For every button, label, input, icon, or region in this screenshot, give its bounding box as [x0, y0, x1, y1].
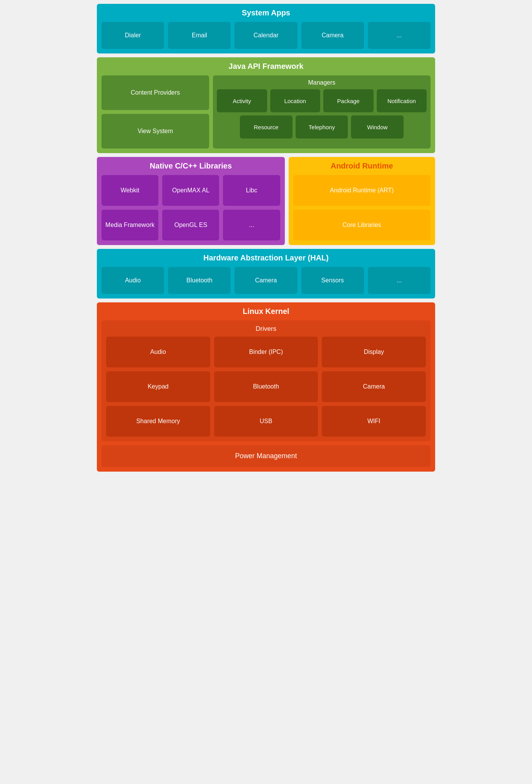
- system-apps-cards: DialerEmailCalendarCamera...: [101, 22, 431, 49]
- native-lib-card: Libc: [223, 175, 280, 206]
- hal-card: Camera: [234, 267, 297, 294]
- hal-card: Bluetooth: [168, 267, 231, 294]
- native-libs-title: Native C/C++ Libraries: [101, 162, 280, 170]
- middle-row: Native C/C++ Libraries WebkitOpenMAX ALL…: [97, 157, 435, 245]
- hal-card: ...: [368, 267, 431, 294]
- hal-cards: AudioBluetoothCameraSensors...: [101, 267, 431, 294]
- managers-title: Managers: [217, 79, 427, 86]
- java-api-left-card: Content Providers: [101, 75, 209, 110]
- system-app-card: ...: [368, 22, 431, 49]
- driver-card: Camera: [322, 371, 426, 402]
- driver-card: Binder (IPC): [214, 337, 318, 367]
- hal-card: Audio: [101, 267, 164, 294]
- hal-title: Hardware Abstraction Layer (HAL): [101, 254, 431, 262]
- driver-card: Shared Memory: [106, 406, 210, 437]
- android-runtime-card: Core Libraries: [293, 210, 431, 240]
- driver-card: USB: [214, 406, 318, 437]
- native-libs-grid: WebkitOpenMAX ALLibcMedia FrameworkOpenG…: [101, 175, 280, 240]
- manager-card: Notification: [377, 89, 427, 112]
- driver-card: WIFI: [322, 406, 426, 437]
- drivers-grid: AudioBinder (IPC)DisplayKeypadBluetoothC…: [106, 337, 426, 437]
- managers-row2: ResourceTelephonyWindow: [217, 115, 427, 138]
- native-lib-card: Webkit: [101, 175, 158, 206]
- drivers-title: Drivers: [106, 325, 426, 333]
- system-app-card: Camera: [301, 22, 364, 49]
- native-lib-card: Media Framework: [101, 210, 158, 240]
- hal-card: Sensors: [301, 267, 364, 294]
- android-runtime-layer: Android Runtime Android Runtime (ART)Cor…: [289, 157, 435, 245]
- manager-card: Package: [323, 89, 374, 112]
- android-runtime-card: Android Runtime (ART): [293, 175, 431, 206]
- driver-card: Audio: [106, 337, 210, 367]
- system-app-card: Dialer: [101, 22, 164, 49]
- manager-card: Telephony: [296, 115, 348, 138]
- driver-card: Bluetooth: [214, 371, 318, 402]
- native-lib-card: OpenMAX AL: [162, 175, 219, 206]
- linux-kernel-layer: Linux Kernel Drivers AudioBinder (IPC)Di…: [97, 302, 435, 472]
- manager-card: Location: [270, 89, 321, 112]
- hal-layer: Hardware Abstraction Layer (HAL) AudioBl…: [97, 249, 435, 299]
- android-runtime-title: Android Runtime: [293, 162, 431, 170]
- native-lib-card: OpenGL ES: [162, 210, 219, 240]
- java-api-title: Java API Framework: [101, 62, 431, 71]
- driver-card: Display: [322, 337, 426, 367]
- java-api-left: Content ProvidersView System: [101, 75, 209, 148]
- system-apps-title: System Apps: [101, 8, 431, 17]
- manager-card: Resource: [240, 115, 293, 138]
- java-api-layer: Java API Framework Content ProvidersView…: [97, 57, 435, 153]
- manager-card: Activity: [217, 89, 267, 112]
- power-management: Power Management: [101, 445, 431, 467]
- managers-row1: ActivityLocationPackageNotification: [217, 89, 427, 112]
- native-libs-layer: Native C/C++ Libraries WebkitOpenMAX ALL…: [97, 157, 285, 245]
- driver-card: Keypad: [106, 371, 210, 402]
- system-app-card: Calendar: [234, 22, 297, 49]
- drivers-section: Drivers AudioBinder (IPC)DisplayKeypadBl…: [101, 320, 431, 441]
- manager-card: Window: [351, 115, 404, 138]
- native-lib-card: ...: [223, 210, 280, 240]
- java-api-inner: Content ProvidersView System Managers Ac…: [101, 75, 431, 148]
- java-api-managers: Managers ActivityLocationPackageNotifica…: [213, 75, 431, 148]
- java-api-left-card: View System: [101, 114, 209, 148]
- system-apps-layer: System Apps DialerEmailCalendarCamera...: [97, 4, 435, 53]
- linux-kernel-title: Linux Kernel: [101, 307, 431, 316]
- system-app-card: Email: [168, 22, 231, 49]
